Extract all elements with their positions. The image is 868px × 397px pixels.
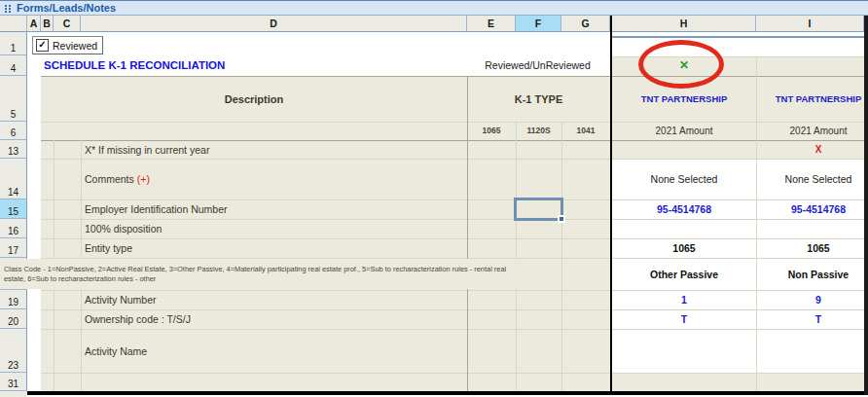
k1-column-1120s[interactable]: 1120S — [516, 122, 561, 140]
description-header-cell[interactable]: Description — [41, 76, 467, 122]
label-activity-number[interactable]: Activity Number — [81, 290, 467, 309]
label-missing-current-year[interactable]: X* If missing in current year — [81, 140, 467, 159]
column-header-d[interactable]: D — [81, 16, 467, 32]
value-h-entity-type[interactable]: 1065 — [612, 238, 756, 258]
value-h-activity-number[interactable]: 1 — [612, 290, 756, 309]
value-h-missing[interactable] — [612, 140, 756, 159]
row-header-14[interactable]: 14 — [0, 159, 27, 199]
spreadsheet-window: Forms/Leads/Notes A B C D E F G H I 1 4 … — [0, 0, 868, 397]
label-class-code[interactable]: Class Code - 1=NonPassive, 2=Active Real… — [0, 259, 525, 289]
column-header-a[interactable]: A — [27, 16, 41, 32]
partnership-header-h[interactable]: TNT PARTNERSHIP — [612, 76, 756, 122]
gridline — [41, 373, 865, 374]
value-i-class-code[interactable]: Non Passive — [756, 258, 868, 290]
partnership-header-i[interactable]: TNT PARTNERSHIP — [756, 76, 868, 122]
comments-text: Comments — [85, 173, 134, 185]
gutter-footer — [0, 391, 27, 397]
amount-header-i[interactable]: 2021 Amount — [756, 122, 868, 140]
value-i-ein[interactable]: 95-4514768 — [756, 199, 868, 219]
label-ein[interactable]: Employer Identification Number — [81, 199, 467, 219]
value-i-activity-name[interactable] — [756, 329, 868, 373]
value-i-missing-x[interactable]: X — [756, 140, 868, 159]
freeze-pane-divider[interactable] — [610, 16, 612, 394]
column-header-b[interactable]: B — [41, 16, 54, 32]
k1-column-1065[interactable]: 1065 — [467, 122, 516, 140]
select-all-corner[interactable] — [0, 16, 27, 32]
column-header-c[interactable]: C — [54, 16, 81, 32]
value-i-disposition[interactable] — [756, 219, 868, 238]
row-header-17[interactable]: 17 — [0, 238, 27, 258]
value-i-entity-type[interactable]: 1065 — [756, 238, 868, 258]
value-h-ownership-code[interactable]: T — [612, 309, 756, 329]
value-h-class-code[interactable]: Other Passive — [612, 258, 756, 290]
sheet-title: SCHEDULE K-1 RECONCILIATION — [44, 55, 225, 76]
reviewed-checkbox-control[interactable]: ✓ Reviewed — [32, 36, 103, 54]
checkbox-check-icon[interactable]: ✓ — [36, 39, 49, 52]
sheet-bottom-border — [27, 391, 868, 395]
page-title: Forms/Leads/Notes — [17, 1, 116, 16]
value-i-ownership-code[interactable]: T — [756, 309, 868, 329]
column-header-i[interactable]: I — [756, 16, 864, 32]
row-header-1[interactable]: 1 — [0, 32, 27, 55]
gridline — [516, 122, 517, 391]
row-header-19[interactable]: 19 — [0, 290, 27, 309]
gridline — [561, 122, 562, 391]
value-h-disposition[interactable] — [612, 219, 756, 238]
column-header-g[interactable]: G — [561, 16, 610, 32]
value-h-ein[interactable]: 95-4514768 — [612, 199, 756, 219]
comments-add-icon[interactable]: (+) — [137, 173, 150, 185]
row-header-6[interactable]: 6 — [0, 122, 27, 140]
fill-handle[interactable] — [558, 215, 565, 223]
value-i-activity-number[interactable]: 9 — [756, 290, 868, 309]
k1-column-1041[interactable]: 1041 — [561, 122, 610, 140]
reviewed-status-x-mark[interactable]: ✕ — [612, 56, 756, 76]
row-header-20[interactable]: 20 — [0, 309, 27, 329]
column-header-e[interactable]: E — [467, 16, 516, 32]
row-header-16[interactable]: 16 — [0, 219, 27, 238]
row-header-31[interactable]: 31 — [0, 373, 27, 391]
row-header-15-selected[interactable]: 15 — [0, 199, 27, 219]
row-header-5[interactable]: 5 — [0, 76, 27, 122]
label-ownership-code[interactable]: Ownership code : T/S/J — [81, 309, 467, 329]
label-disposition[interactable]: 100% disposition — [81, 219, 467, 238]
row-header-13[interactable]: 13 — [0, 140, 27, 159]
titlebar: Forms/Leads/Notes — [0, 0, 868, 16]
label-comments[interactable]: Comments (+) — [81, 159, 467, 199]
k1-type-header-cell[interactable]: K-1 TYPE — [467, 76, 610, 122]
selected-cell-outline — [514, 198, 563, 221]
drag-handle-icon[interactable] — [5, 5, 7, 7]
label-entity-type[interactable]: Entity type — [81, 238, 467, 258]
column-header-h[interactable]: H — [612, 16, 756, 32]
reviewed-checkbox-label: Reviewed — [53, 40, 97, 52]
column-header-f-selected[interactable]: F — [516, 16, 561, 32]
sheet-right-border — [864, 16, 868, 395]
amount-header-h[interactable]: 2021 Amount — [612, 122, 756, 140]
reviewed-status-label: Reviewed/UnReviewed — [467, 55, 608, 76]
value-h-comments[interactable]: None Selected — [612, 159, 756, 199]
value-h-activity-name[interactable] — [612, 329, 756, 373]
row-header-4[interactable]: 4 — [0, 55, 27, 76]
value-i-comments[interactable]: None Selected — [756, 159, 868, 199]
pane-divider-line — [612, 36, 864, 38]
row-header-23[interactable]: 23 — [0, 329, 27, 373]
label-activity-name[interactable]: Activity Name — [81, 329, 467, 373]
